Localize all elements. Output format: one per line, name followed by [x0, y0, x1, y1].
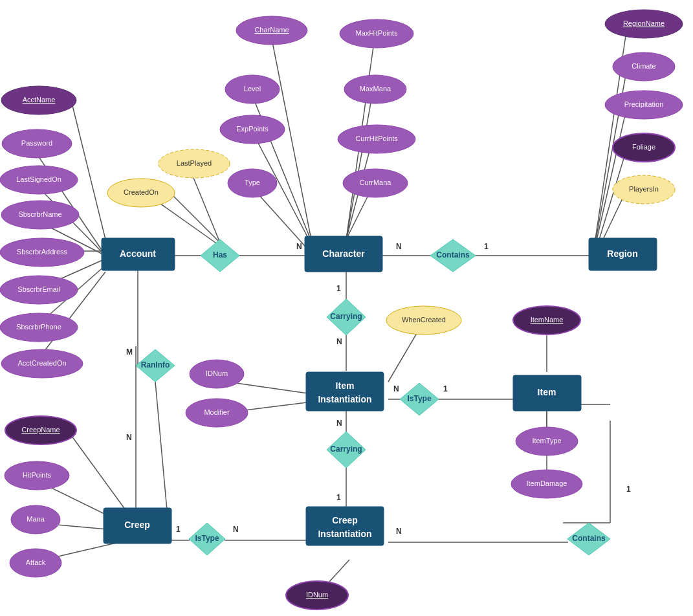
svg-line-27: [191, 171, 220, 243]
attr-lastplayed-label: LastPlayed: [177, 159, 212, 167]
entity-creep-inst-label2: Instantiation: [318, 529, 371, 539]
entity-account-label: Account: [120, 248, 156, 259]
relation-carrying2-label: Carrying: [330, 445, 362, 454]
attr-charname-label: CharName: [254, 26, 289, 34]
attr-lastsignedon-label: LastSignedOn: [16, 175, 61, 183]
relation-contains2-label: Contains: [572, 534, 606, 543]
card-raninfo-m: M: [126, 347, 133, 357]
relation-raninfo-label: RanInfo: [141, 360, 170, 369]
card-istype2-creepinst: N: [233, 525, 239, 534]
attr-currhitpoints-label: CurrHitPoints: [355, 135, 398, 142]
attr-acctcreatedon-label: AcctCreatedOn: [17, 359, 66, 367]
attr-acctname-label: AcctName: [23, 96, 56, 104]
attr-itemdamage-label: ItemDamage: [527, 479, 567, 487]
attr-foliage-label: Foliage: [632, 143, 655, 151]
entity-item-instantiation-label1: Item: [336, 380, 355, 391]
attr-hitpoints-label: HitPoints: [23, 471, 52, 479]
entity-region-label: Region: [607, 248, 637, 259]
svg-line-38: [595, 23, 628, 239]
er-diagram: 1 N N 1 1 N N 1 N 1 1 N N 1 M N Account …: [0, 0, 693, 616]
relation-has-label: Has: [213, 250, 227, 259]
relation-istype2-label: IsType: [195, 534, 219, 543]
attr-level-label: Level: [244, 85, 261, 93]
entity-creep-instantiation: [306, 507, 384, 545]
attr-creepname-label: CreepName: [21, 426, 60, 434]
attr-attack-label: Attack: [26, 558, 46, 566]
attr-modifier-label: Modifier: [204, 408, 229, 416]
attr-idnum-iteminst-label: IDNum: [206, 369, 228, 377]
card-carrying2-creepinst: 1: [336, 493, 341, 502]
attr-maxmana-label: MaxMana: [360, 85, 391, 93]
attr-whencreated-label: WhenCreated: [402, 316, 446, 324]
attr-regionname-label: RegionName: [623, 19, 665, 27]
card-char-carrying: 1: [336, 284, 341, 293]
attr-createdon-label: CreatedOn: [124, 188, 159, 196]
attr-mana-label: Mana: [27, 515, 45, 523]
entity-character-label: Character: [322, 248, 365, 259]
relation-istype1-label: IsType: [407, 394, 431, 403]
card-raninfo-n: N: [126, 433, 132, 442]
attr-precipitation-label: Precipitation: [624, 100, 664, 108]
attr-currmana-label: CurrMana: [360, 179, 392, 186]
svg-line-48: [388, 327, 421, 382]
svg-line-28: [168, 191, 220, 243]
attr-playersin-label: PlayersIn: [629, 185, 659, 193]
attr-climate-label: Climate: [632, 62, 655, 70]
attr-idnum-creepinst-label: IDNum: [306, 591, 328, 599]
card-has-character: N: [296, 242, 302, 251]
attr-sbscrbraddress-label: SbscrbrAddress: [17, 248, 68, 256]
attr-maxhitpoints-label: MaxHitPoints: [356, 29, 398, 37]
attr-type-label: Type: [245, 179, 260, 186]
card-contains2-item: 1: [626, 485, 631, 494]
relation-contains1-label: Contains: [436, 250, 470, 259]
attr-exppoints-label: ExpPoints: [236, 125, 269, 133]
attr-sbscrbrname-label: SbscrbrName: [18, 210, 61, 218]
svg-line-35: [346, 96, 372, 239]
entity-item-instantiation-label2: Instantiation: [318, 394, 371, 404]
card-iteminst-carrying2: N: [336, 419, 342, 428]
card-character-contains: N: [396, 242, 402, 251]
entity-creep-inst-label1: Creep: [332, 515, 358, 525]
card-carrying-iteminst: N: [336, 337, 342, 346]
card-contains-region: 1: [484, 242, 489, 251]
svg-line-40: [595, 104, 628, 246]
card-istype-item: 1: [443, 384, 448, 393]
attr-sbscrbRemail-label: SbscrbrEmail: [17, 285, 60, 293]
attr-itemname-label: ItemName: [531, 316, 564, 324]
entity-creep-label: Creep: [124, 520, 150, 530]
entity-item-label: Item: [538, 387, 556, 397]
attr-sbscrbrphone-label: SbscrbrPhone: [16, 323, 61, 331]
attr-itemtype-label: ItemType: [532, 437, 561, 445]
entity-item-instantiation: [306, 372, 384, 411]
card-creep-istype2: 1: [176, 525, 181, 534]
card-creepinst-contains2: N: [396, 527, 402, 536]
attr-password-label: Password: [21, 139, 52, 147]
card-iteminst-istype: N: [393, 384, 399, 393]
relation-carrying1-label: Carrying: [330, 312, 362, 321]
svg-line-54: [155, 382, 168, 524]
